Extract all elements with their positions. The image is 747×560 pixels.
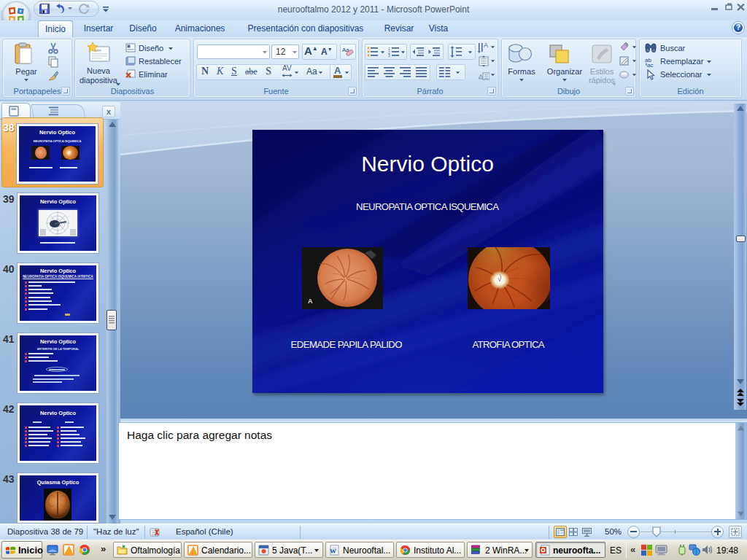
svg-text:ATROFIA OPTICA: ATROFIA OPTICA <box>473 339 545 350</box>
svg-text:EDEMADE PAPILA PALIDO: EDEMADE PAPILA PALIDO <box>291 339 403 350</box>
svg-text:Nervio Optico: Nervio Optico <box>361 152 494 176</box>
svg-text:NEUROPATIA OPTICA ISQUEMICA: NEUROPATIA OPTICA ISQUEMICA <box>356 201 499 212</box>
svg-text:3: 3 <box>388 53 390 57</box>
svg-text:W: W <box>330 548 336 555</box>
svg-text:A: A <box>308 298 313 305</box>
svg-text:ac: ac <box>647 62 653 67</box>
svg-text:A: A <box>484 42 488 49</box>
